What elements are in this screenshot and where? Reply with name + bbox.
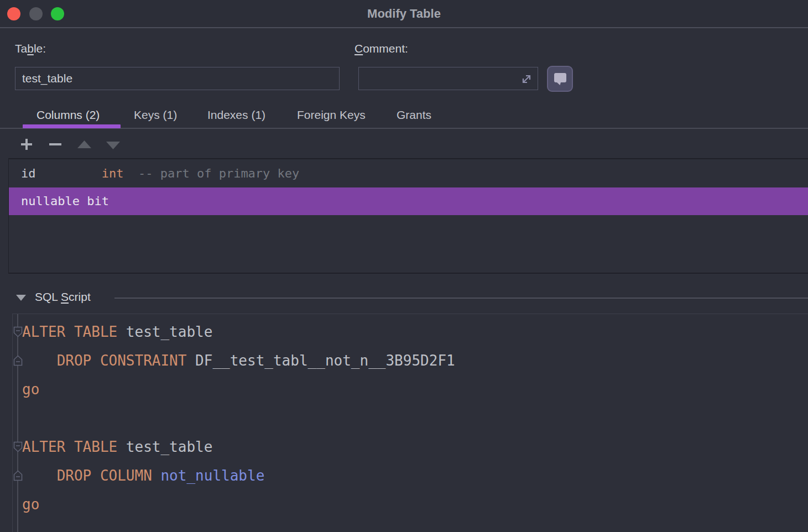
- text-segment: DROP COLUMN: [57, 467, 152, 484]
- fold-start-icon[interactable]: [13, 326, 23, 337]
- text-segment: ALTER TABLE: [22, 439, 117, 455]
- fold-start-icon[interactable]: [13, 441, 23, 452]
- tab-foreign-keys[interactable]: Foreign Keys: [297, 108, 366, 122]
- tab-keys[interactable]: Keys (1): [134, 108, 177, 122]
- remove-column-icon[interactable]: [49, 143, 61, 145]
- tab-strip-divider: [0, 128, 808, 129]
- text-segment: -- part of primary key: [123, 166, 299, 180]
- text-segment: nullable bit: [21, 194, 109, 208]
- columns-grid: id int -- part of primary keynullable bi…: [8, 158, 808, 274]
- sql-code-lines[interactable]: ALTER TABLE test_table DROP CONSTRAINT D…: [22, 317, 796, 519]
- edit-comment-button[interactable]: [547, 66, 573, 92]
- add-column-icon[interactable]: [20, 138, 33, 150]
- editor-gutter-line: [17, 314, 18, 532]
- tab-indexes[interactable]: Indexes (1): [207, 108, 265, 122]
- text-segment: DROP CONSTRAINT: [57, 352, 187, 369]
- comment-input-wrap: [358, 67, 538, 90]
- text-segment: DF__test_tabl__not_n__3B95D2F1: [186, 352, 455, 369]
- text-segment: int: [102, 166, 124, 180]
- sql-code-line[interactable]: ALTER TABLE test_table: [22, 432, 796, 461]
- sql-code-line[interactable]: go: [22, 490, 796, 519]
- fold-end-icon[interactable]: [13, 470, 23, 481]
- move-up-icon[interactable]: [77, 140, 91, 148]
- text-segment: id: [21, 166, 102, 180]
- sql-script-title: SQL Script: [35, 290, 91, 304]
- active-tab-underline: [23, 124, 121, 128]
- tab-columns[interactable]: Columns (2): [37, 108, 100, 122]
- collapse-sql-script-icon[interactable]: [16, 295, 26, 301]
- text-segment: test_table: [117, 439, 212, 455]
- text-segment: [22, 352, 57, 369]
- expand-editor-icon[interactable]: [520, 72, 533, 86]
- sql-code-line[interactable]: go: [22, 375, 796, 404]
- text-segment: ALTER TABLE: [22, 324, 117, 340]
- text-segment: [22, 467, 57, 484]
- sql-code-line[interactable]: [22, 404, 796, 432]
- table-name-input[interactable]: [15, 67, 340, 90]
- text-segment: not_nullable: [152, 467, 265, 484]
- title-bar: Modify Table: [0, 0, 808, 28]
- fold-end-icon[interactable]: [13, 355, 23, 366]
- window-title: Modify Table: [0, 0, 808, 28]
- comment-input[interactable]: [359, 67, 538, 90]
- text-segment: go: [22, 496, 39, 513]
- move-down-icon[interactable]: [106, 142, 120, 149]
- sql-script-rule: [114, 298, 808, 299]
- tab-grants[interactable]: Grants: [397, 108, 431, 122]
- table-row[interactable]: nullable bit: [9, 187, 808, 215]
- comment-bubble-icon: [554, 72, 567, 86]
- comment-label: Comment:: [355, 42, 408, 55]
- sql-code-line[interactable]: DROP COLUMN not_nullable: [22, 461, 796, 490]
- text-segment: test_table: [117, 324, 212, 340]
- text-segment: go: [22, 381, 39, 398]
- table-row[interactable]: id int -- part of primary key: [9, 159, 808, 187]
- columns-grid-rows: id int -- part of primary keynullable bi…: [9, 159, 808, 215]
- table-label: Table:: [15, 42, 46, 55]
- sql-code-line[interactable]: ALTER TABLE test_table: [22, 317, 796, 346]
- sql-code-line[interactable]: DROP CONSTRAINT DF__test_tabl__not_n__3B…: [22, 346, 796, 375]
